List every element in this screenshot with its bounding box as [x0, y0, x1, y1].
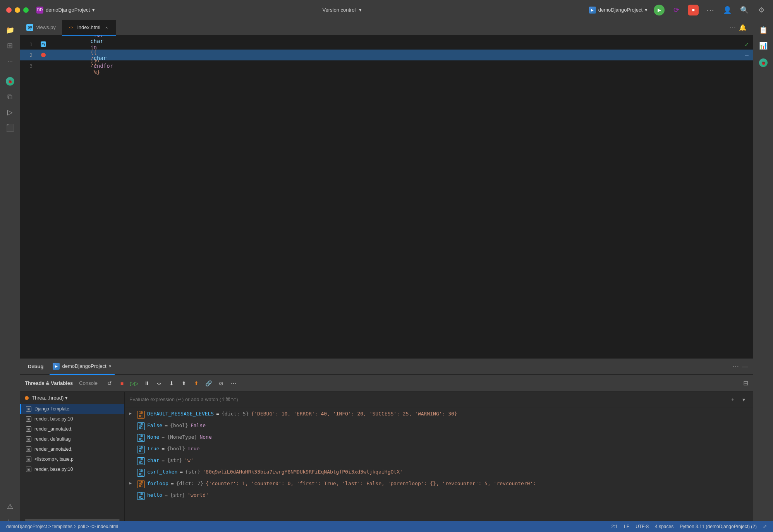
var-item-csrf-token[interactable]: 1001 csrf_token = {str} '80q9wliL0dAHuHR… — [125, 467, 753, 479]
debug-run-icon[interactable]: ⟳ — [671, 5, 682, 15]
version-control-label[interactable]: Version control — [323, 7, 356, 13]
tab-more-options[interactable]: ⋯ — [730, 24, 736, 31]
more-options-icon[interactable]: ⋯ — [705, 5, 716, 15]
var-item-false[interactable]: 1001 False = {bool} False — [125, 420, 753, 432]
console-label[interactable]: Console — [79, 380, 98, 386]
sidebar-item-debug[interactable]: 🐞 — [3, 74, 17, 88]
var-type-label-3: {bool} — [167, 446, 185, 451]
status-language[interactable]: Python 3.11 (demoDjangoProject) (2) — [680, 524, 757, 529]
status-expand-icon[interactable]: ⤢ — [763, 524, 767, 529]
status-indent[interactable]: 4 spaces — [655, 524, 673, 529]
right-sidebar-icon-3[interactable]: 🐞 — [756, 56, 770, 70]
debug-minimize-btn[interactable]: — — [742, 363, 748, 370]
frame-item-4[interactable]: ▣ render_annotated, — [20, 444, 124, 454]
notification-icon[interactable]: 🔔 — [739, 24, 747, 31]
var-item-forloop[interactable]: ▶ 1001 forloop = {dict: 7} {'counter': 1… — [125, 479, 753, 490]
sidebar-item-more[interactable]: ⋯ — [3, 54, 17, 68]
var-item-hello[interactable]: 1001 hello = {str} 'world' — [125, 490, 753, 502]
frame-item-5[interactable]: ▣ <listcomp>, base.p — [20, 454, 124, 464]
sidebar-item-problems[interactable]: ⚠ — [3, 499, 17, 513]
tab-index-html[interactable]: <> index.html × — [62, 20, 116, 36]
status-breadcrumb-text[interactable]: demoDjangoProject > templates > poll > <… — [6, 524, 118, 529]
frame-item-3[interactable]: ▣ render, defaulttag — [20, 434, 124, 444]
line-number-2: 2 — [20, 52, 39, 58]
status-encoding[interactable]: UTF-8 — [636, 524, 649, 529]
thread-dropdown[interactable]: Threa...hread) ▾ — [32, 395, 68, 401]
step-out-btn[interactable]: ⬆ — [179, 378, 189, 389]
var-expand-7 — [129, 492, 135, 493]
add-watch-btn[interactable]: + — [728, 395, 737, 404]
frames-scrollbar[interactable] — [25, 519, 120, 521]
frame-item-1[interactable]: ▣ render, base.py:10 — [20, 414, 124, 424]
var-item-default-message-levels[interactable]: ▶ 1001 DEFAULT_MESSAGE_LEVELS = {dict: 5… — [125, 409, 753, 420]
line-number-3: 3 — [20, 63, 39, 69]
var-item-none[interactable]: 1001 None = {NoneType} None — [125, 432, 753, 444]
frame-item-2[interactable]: ▣ render_annotated, — [20, 424, 124, 434]
breakpoint-indicator[interactable] — [41, 53, 46, 57]
rerun-btn[interactable]: ↺ — [104, 378, 115, 389]
cancel-btn[interactable]: ⊘ — [216, 378, 227, 389]
var-type-icon-7: 1001 — [137, 492, 145, 500]
tab-views-py[interactable]: py views.py — [20, 20, 62, 36]
settings-icon[interactable]: ⚙ — [756, 5, 767, 15]
var-value-5: '80q9wliL0dAHuHRk33bia7iwrgY8NMDUk9RFiEq… — [203, 469, 403, 475]
debug-project-tab[interactable]: ▶ demoDjangoProject × — [50, 359, 114, 375]
sidebar-item-explorer[interactable]: 📁 — [3, 23, 17, 37]
var-item-char[interactable]: 1001 char = {str} 'w' — [125, 455, 753, 467]
right-sidebar-icon-2[interactable]: 📊 — [756, 39, 770, 53]
stop-debug-btn[interactable]: ■ — [117, 378, 127, 389]
status-position[interactable]: 2:1 — [611, 524, 618, 529]
status-line-endings[interactable]: LF — [624, 524, 629, 529]
var-equals-2: = — [161, 434, 165, 440]
var-equals-4: = — [161, 457, 165, 463]
run-project-selector[interactable]: ▶ demoDjangoProject ▾ — [589, 7, 648, 14]
sidebar-item-run[interactable]: ▷ — [3, 105, 17, 119]
debug-more-options[interactable]: ⋯ — [733, 363, 739, 370]
var-name-6: forloop — [147, 481, 168, 486]
right-sidebar: 📋 📊 🐞 — [753, 20, 773, 532]
close-button[interactable] — [6, 7, 12, 13]
sidebar-item-structure[interactable]: ⊞ — [3, 39, 17, 53]
expand-eval-btn[interactable]: ▾ — [739, 395, 748, 404]
var-type-icon-0: 1001 — [137, 411, 145, 419]
step-into-btn[interactable]: ⬇ — [166, 378, 177, 389]
line-gutter-2 — [39, 53, 48, 57]
more-debug-options[interactable]: ⋯ — [228, 378, 239, 389]
frame-icon-4: ▣ — [26, 446, 31, 452]
var-expand-0[interactable]: ▶ — [129, 411, 135, 415]
pause-btn[interactable]: ⏸ — [141, 378, 152, 389]
right-sidebar-icon-1[interactable]: 📋 — [756, 23, 770, 37]
debug-project-icon: ▶ — [53, 363, 60, 370]
step-over-btn[interactable]: ⤼ — [154, 378, 165, 389]
layout-toggle-btn[interactable]: ⊟ — [743, 379, 748, 387]
line-number-1: 1 — [20, 41, 39, 47]
minimize-button[interactable] — [15, 7, 20, 13]
debug-project-close[interactable]: × — [109, 364, 112, 369]
add-profile-icon[interactable]: 👤 — [722, 5, 733, 15]
eval-input[interactable] — [129, 396, 725, 402]
stop-button[interactable]: ■ — [688, 5, 699, 15]
frame-item-0[interactable]: ▣ Django Template, — [20, 404, 124, 414]
frames-list: ▣ Django Template, ▣ render, base.py:10 … — [20, 404, 124, 518]
var-item-true[interactable]: 1001 True = {bool} True — [125, 444, 753, 455]
run-button[interactable]: ▶ — [654, 5, 665, 15]
sidebar-item-terminal[interactable]: ⬛ — [3, 121, 17, 135]
resume-btn[interactable]: ▷▷ — [129, 378, 140, 389]
tab-close-button[interactable]: × — [103, 24, 110, 31]
thread-indicator — [25, 396, 29, 400]
var-equals-7: = — [165, 492, 168, 498]
project-selector[interactable]: DD demoDjangoProject ▾ — [36, 7, 95, 14]
link-btn[interactable]: 🔗 — [203, 378, 214, 389]
maximize-button[interactable] — [23, 7, 29, 13]
project-icon: DD — [36, 7, 43, 14]
run-to-cursor-btn[interactable]: ⬆ — [191, 378, 202, 389]
sidebar-item-layers[interactable]: ⧉ — [3, 90, 17, 104]
line-1-checkmark: ✓ — [740, 41, 753, 48]
frame-item-6[interactable]: ▣ render, base.py:10 — [20, 464, 124, 474]
debug-tab[interactable]: Debug — [25, 364, 46, 369]
var-value-7: 'world' — [187, 492, 209, 498]
frame-icon-5: ▣ — [26, 456, 31, 462]
search-icon[interactable]: 🔍 — [739, 5, 750, 15]
code-editor[interactable]: 1 py {% for char in hello %} ✓ — [20, 36, 753, 358]
var-expand-6[interactable]: ▶ — [129, 481, 135, 485]
